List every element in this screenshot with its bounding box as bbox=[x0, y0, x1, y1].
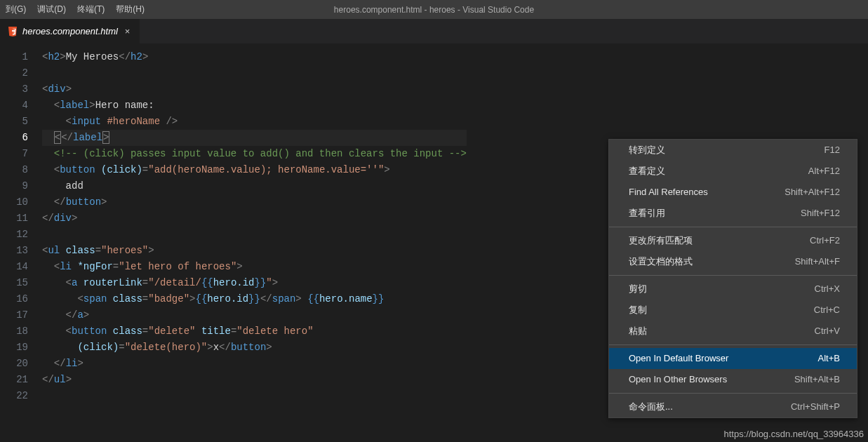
context-menu-label: Open In Default Browser bbox=[629, 351, 728, 366]
close-icon[interactable]: × bbox=[122, 26, 133, 36]
context-menu-label: 设置文档的格式 bbox=[629, 255, 693, 269]
line-number: 6 bbox=[0, 130, 42, 146]
tab-heroes-component[interactable]: heroes.component.html × bbox=[0, 19, 140, 43]
context-menu-item[interactable]: 命令面板...Ctrl+Shift+P bbox=[609, 396, 857, 417]
code-line[interactable]: <button (click)="add(heroName.value); he… bbox=[42, 162, 467, 178]
code-line[interactable] bbox=[42, 65, 467, 81]
line-number: 14 bbox=[0, 259, 42, 275]
code-line[interactable]: </div> bbox=[42, 210, 467, 227]
code-line[interactable]: <a routerLink="/detail/{{hero.id}}"> bbox=[42, 275, 467, 291]
context-menu[interactable]: 转到定义F12查看定义Alt+F12Find All ReferencesShi… bbox=[608, 139, 857, 418]
menu-bar: 到(G) 调试(D) 终端(T) 帮助(H) heroes.component.… bbox=[0, 0, 868, 19]
code-line[interactable]: <!-- (click) passes input value to add()… bbox=[42, 146, 467, 162]
context-menu-shortcut: Alt+B bbox=[818, 351, 840, 366]
context-menu-item[interactable]: 设置文档的格式Shift+Alt+F bbox=[609, 251, 857, 272]
code-line[interactable]: <input #heroName /> bbox=[42, 114, 467, 130]
context-menu-shortcut: Ctrl+V bbox=[815, 324, 840, 338]
context-menu-label: 转到定义 bbox=[629, 143, 665, 157]
line-number: 11 bbox=[0, 210, 42, 227]
line-number: 20 bbox=[0, 356, 42, 372]
context-menu-shortcut: Ctrl+C bbox=[814, 303, 840, 317]
menu-debug[interactable]: 调试(D) bbox=[32, 0, 72, 19]
context-menu-item[interactable]: Open In Other BrowsersShift+Alt+B bbox=[609, 369, 857, 390]
context-menu-label: 复制 bbox=[629, 303, 647, 317]
code-line[interactable]: add bbox=[42, 178, 467, 194]
line-number: 5 bbox=[0, 114, 42, 130]
context-menu-separator bbox=[609, 393, 857, 394]
context-menu-item[interactable]: Find All ReferencesShift+Alt+F12 bbox=[609, 182, 857, 203]
menu-help[interactable]: 帮助(H) bbox=[110, 0, 150, 19]
context-menu-item[interactable]: Open In Default BrowserAlt+B bbox=[609, 348, 857, 369]
code-line[interactable]: (click)="delete(hero)">x</button> bbox=[42, 340, 467, 356]
line-number: 1 bbox=[0, 49, 42, 65]
menu-goto[interactable]: 到(G) bbox=[0, 0, 32, 19]
line-number: 19 bbox=[0, 340, 42, 356]
code-line[interactable]: <ul class="heroes"> bbox=[42, 243, 467, 259]
code-line[interactable]: <</label> bbox=[42, 130, 467, 146]
window-title: heroes.component.html - heroes - Visual … bbox=[334, 5, 534, 15]
code-line[interactable] bbox=[42, 227, 467, 243]
context-menu-shortcut: Shift+Alt+F bbox=[795, 255, 840, 269]
tab-bar: heroes.component.html × bbox=[0, 19, 868, 43]
context-menu-label: 查看引用 bbox=[629, 206, 665, 220]
code-line[interactable]: </ul> bbox=[42, 372, 467, 388]
menu-terminal[interactable]: 终端(T) bbox=[72, 0, 110, 19]
context-menu-shortcut: Ctrl+Shift+P bbox=[791, 400, 840, 414]
code-line[interactable]: <div> bbox=[42, 81, 467, 98]
context-menu-separator bbox=[609, 227, 857, 227]
context-menu-label: Open In Other Browsers bbox=[629, 373, 727, 387]
code-line[interactable]: <label>Hero name: bbox=[42, 98, 467, 114]
line-number: 8 bbox=[0, 162, 42, 178]
line-number: 18 bbox=[0, 323, 42, 340]
context-menu-shortcut: F12 bbox=[824, 143, 840, 157]
line-number: 16 bbox=[0, 291, 42, 307]
code-line[interactable] bbox=[42, 388, 467, 404]
context-menu-item[interactable]: 查看引用Shift+F12 bbox=[609, 203, 857, 224]
context-menu-label: 剪切 bbox=[629, 282, 647, 296]
code-line[interactable]: </a> bbox=[42, 307, 467, 323]
line-number: 22 bbox=[0, 388, 42, 404]
context-menu-shortcut: Ctrl+X bbox=[815, 282, 840, 296]
context-menu-label: Find All References bbox=[629, 185, 708, 199]
html-file-icon bbox=[7, 26, 18, 37]
context-menu-shortcut: Ctrl+F2 bbox=[810, 234, 840, 248]
line-number: 9 bbox=[0, 178, 42, 194]
line-number: 3 bbox=[0, 81, 42, 98]
code-line[interactable]: </button> bbox=[42, 194, 467, 210]
context-menu-shortcut: Shift+Alt+F12 bbox=[784, 185, 840, 199]
line-number-gutter: 12345678910111213141516171819202122 bbox=[0, 43, 42, 442]
context-menu-label: 更改所有匹配项 bbox=[629, 234, 693, 248]
context-menu-separator bbox=[609, 275, 857, 276]
tab-label: heroes.component.html bbox=[22, 26, 118, 36]
line-number: 17 bbox=[0, 307, 42, 323]
line-number: 2 bbox=[0, 65, 42, 81]
context-menu-item[interactable]: 剪切Ctrl+X bbox=[609, 279, 857, 300]
watermark: https://blog.csdn.net/qq_33964336 bbox=[724, 429, 864, 439]
code-line[interactable]: <button class="delete" title="delete her… bbox=[42, 323, 467, 340]
context-menu-label: 命令面板... bbox=[629, 400, 673, 414]
context-menu-label: 查看定义 bbox=[629, 164, 665, 178]
line-number: 13 bbox=[0, 243, 42, 259]
code-line[interactable]: <h2>My Heroes</h2> bbox=[42, 49, 467, 65]
context-menu-item[interactable]: 复制Ctrl+C bbox=[609, 300, 857, 321]
line-number: 21 bbox=[0, 372, 42, 388]
line-number: 12 bbox=[0, 227, 42, 243]
line-number: 4 bbox=[0, 98, 42, 114]
code-line[interactable]: </li> bbox=[42, 356, 467, 372]
context-menu-shortcut: Shift+F12 bbox=[801, 206, 840, 220]
context-menu-item[interactable]: 粘贴Ctrl+V bbox=[609, 321, 857, 342]
context-menu-item[interactable]: 转到定义F12 bbox=[609, 140, 857, 161]
context-menu-item[interactable]: 查看定义Alt+F12 bbox=[609, 161, 857, 182]
context-menu-separator bbox=[609, 344, 857, 345]
context-menu-shortcut: Shift+Alt+B bbox=[794, 373, 840, 387]
context-menu-label: 粘贴 bbox=[629, 324, 647, 338]
line-number: 7 bbox=[0, 146, 42, 162]
code-line[interactable]: <span class="badge">{{hero.id}}</span> {… bbox=[42, 291, 467, 307]
line-number: 15 bbox=[0, 275, 42, 291]
code-area[interactable]: <h2>My Heroes</h2> <div> <label>Hero nam… bbox=[42, 43, 467, 442]
code-line[interactable]: <li *ngFor="let hero of heroes"> bbox=[42, 259, 467, 275]
context-menu-item[interactable]: 更改所有匹配项Ctrl+F2 bbox=[609, 230, 857, 251]
context-menu-shortcut: Alt+F12 bbox=[808, 164, 840, 178]
line-number: 10 bbox=[0, 194, 42, 210]
